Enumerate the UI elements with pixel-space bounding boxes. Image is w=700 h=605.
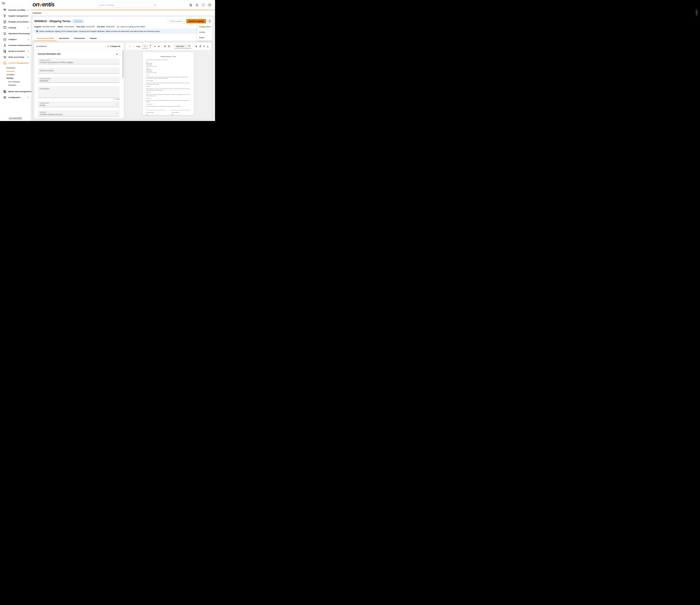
attributes-scrollbar [123,50,124,118]
sidebar-item-supplier-management[interactable]: Supplier management [0,13,30,19]
cart-icon[interactable] [189,3,193,7]
info-banner-text: Before sending for signing, fill in Cont… [39,30,160,32]
pdf-page: Standard Agreement - Goods This Agreemen… [143,52,194,115]
help-icon[interactable]: ? [201,3,205,7]
description-field[interactable]: Description [38,86,120,98]
tab-permissions[interactable]: Permissions [72,36,88,41]
pdf-heading: 2. Price & Payment [146,80,191,81]
sidebar-item-operational-purchasing[interactable]: Operational Purchasing [0,30,30,37]
info-banner: i Before sending for signing, fill in Co… [34,29,212,34]
pdf-paragraph: Supplier shall deliver goods in accordan… [146,88,191,91]
pdf-paragraph: This Agreement is made and entered into … [146,59,191,60]
collapse-section-icon [116,53,118,54]
pdf-document-title: Standard Agreement - Goods [146,55,191,57]
search-input[interactable] [99,4,154,6]
download-icon[interactable] [207,45,209,48]
main-area: onventis ? CM Contracts [31,0,215,121]
sidebar-item-catalogs[interactable]: Catalogs [0,25,30,30]
start-date-meta: Start Date:15/02/2026 [76,26,95,28]
sidebar-item-label: Customer Administration [8,44,30,46]
pdf-paragraph: Supplier warrants that all goods supplie… [146,94,191,97]
sidebar-item-label: Quotes & Auctions [8,50,27,52]
page-label: Page [136,45,141,47]
submenu-item-dashboard[interactable]: Dashboard [0,66,30,70]
previous-page-icon[interactable] [132,45,135,48]
collapse-icon [107,45,109,47]
menu-item-delete[interactable]: Delete [197,35,212,40]
sidebar-item-master-data-management[interactable]: Master data management [0,89,30,94]
sidebar-item-assistbee[interactable]: Onventis AssistBee [0,7,30,13]
search-icon[interactable] [154,4,156,6]
submenu-item-settings-templates[interactable]: Templates [0,83,30,87]
submenu-item-core-attributes[interactable]: Core Attributes [0,80,30,83]
app-window: Onventis AssistBee Supplier management S… [0,0,215,121]
lock-icon [117,26,119,28]
info-icon: i [36,30,38,32]
submenu-item-templates[interactable]: Templates [0,73,30,76]
breadcrumb[interactable]: Contracts [33,12,42,14]
scrollbar-thumb[interactable] [123,50,124,78]
chevron-right-icon [30,91,32,92]
sidebar-item-label: Strategic procurement [8,21,28,23]
hamburger-menu-icon[interactable] [2,2,5,4]
first-page-icon[interactable] [129,45,131,48]
zoom-in-icon[interactable] [168,45,170,48]
contract-name-field[interactable]: Contract name* Contract for provision of… [38,58,120,64]
zoom-out-icon[interactable] [164,45,166,48]
submenu-item-settings[interactable]: Settings [0,76,30,80]
pdf-preview-panel: Page of 1 [126,43,211,118]
signature-right: For [Supplier Name] Name: Title: Date: [171,110,191,115]
gear-icon [3,96,6,99]
sidebar-item-analytics[interactable]: Analytics [0,37,30,42]
pdf-heading: 1. Scope [146,74,191,75]
sidebar-item-label: Supplier management [8,15,28,17]
title-actions: Edit contract Send for signing [168,19,212,23]
sidebar-item-contract-management[interactable]: § Contract Management [0,60,30,66]
sidebar-nav: Onventis AssistBee Supplier management S… [0,7,30,100]
contract-management-submenu: Dashboard Contracts Templates Settings C… [0,66,30,87]
template-select[interactable]: Template Template Goods contracts [38,111,120,116]
edit-contract-button[interactable]: Edit contract [168,19,184,23]
chevron-right-icon [30,44,32,46]
document-paragraph-icon: § [3,61,6,65]
pdf-heading: 5. Termination [146,97,191,99]
sidebar-item-customer-administration[interactable]: Customer Administration [0,42,30,48]
page-number-input[interactable] [142,44,148,49]
sidebar-footer-logo: onventis [0,116,30,121]
submenu-item-contracts[interactable]: Contracts [0,70,30,73]
tab-general-information[interactable]: General Information [34,36,57,41]
search-document-icon[interactable] [203,45,205,48]
signature-left: For BüroWelt GmbH Name: Title: Date: [146,110,166,115]
tab-documents[interactable]: Documents [57,36,72,41]
user-avatar[interactable]: CM [208,3,211,7]
zoom-mode-select[interactable]: Automatic ... [174,44,192,49]
bell-icon[interactable] [195,3,199,7]
external-number-field[interactable]: External number [38,68,120,74]
pdf-heading: 3. Delivery [146,86,191,87]
sidebar-item-order-processing[interactable]: Order processing [0,54,30,60]
internal-number-field[interactable]: Internal number* 00000034 [38,77,120,83]
sidebar-item-strategic-procurement[interactable]: Strategic procurement [0,19,30,25]
next-page-icon[interactable] [154,45,156,48]
document-percent-icon [3,49,6,53]
onventis-logo[interactable]: onventis [32,1,54,8]
hand-truck-icon [3,14,6,18]
more-actions-button[interactable] [208,19,212,23]
tab-related[interactable]: Related [88,36,99,41]
sidebar-item-label: Configuration [8,96,27,98]
cursor-tool-icon[interactable] [196,45,198,48]
catalog-search [97,3,158,7]
section-general-information[interactable]: General Information (10) [38,53,120,55]
send-for-signing-button[interactable]: Send for signing [186,19,206,23]
collapse-all-button[interactable]: Collapse all [107,45,120,47]
last-page-icon[interactable] [158,45,160,48]
sidebar-item-label: Onventis AssistBee [8,9,27,11]
sidebar-item-configuration[interactable]: Configuration [0,94,30,100]
sidebar-item-quotes-auctions[interactable]: Quotes & Auctions [0,48,30,54]
contract-type-select[interactable]: Contract type* Goods [38,101,120,107]
menu-item-change-owner[interactable]: Change owner [197,24,212,29]
menu-item-archive[interactable]: Archive [197,29,212,35]
chevron-right-icon [28,15,29,17]
hand-tool-icon[interactable] [199,45,201,48]
breadcrumb-bar: Contracts [31,10,215,15]
